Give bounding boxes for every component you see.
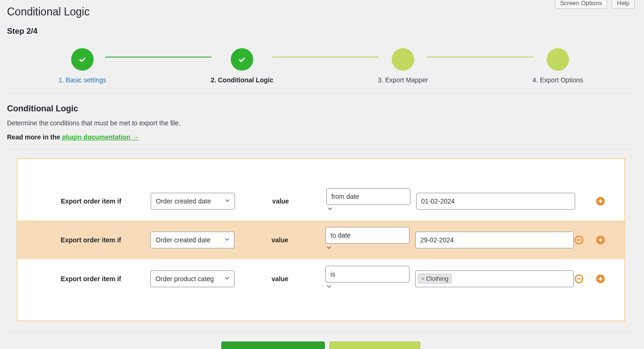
field-select-value: Order created date bbox=[150, 232, 234, 248]
field-select[interactable]: Order product categ bbox=[150, 270, 234, 287]
help-button[interactable]: Help bbox=[612, 0, 635, 9]
value-label: value bbox=[234, 236, 325, 244]
nav-footer: ← Go to the previous step Go to the next… bbox=[7, 332, 635, 349]
operator-select-value: from date bbox=[326, 188, 410, 205]
check-icon bbox=[71, 48, 94, 71]
chevron-down-icon bbox=[326, 206, 334, 214]
operator-select-value: to date bbox=[325, 227, 410, 244]
operator-select-value: is bbox=[325, 266, 410, 283]
value-label: value bbox=[234, 275, 325, 283]
field-select[interactable]: Order created date bbox=[151, 193, 235, 210]
readmore-prefix: Read more in the bbox=[7, 133, 62, 141]
step-3-label: 3. Export Mapper bbox=[378, 76, 428, 84]
add-condition-button[interactable] bbox=[595, 235, 606, 245]
step-bubble bbox=[547, 48, 569, 71]
plus-circle-icon bbox=[595, 274, 606, 284]
step-1[interactable]: 1. Basic settings bbox=[59, 48, 106, 84]
next-step-button[interactable]: Go to the next step → bbox=[329, 342, 420, 349]
plus-circle-icon bbox=[595, 196, 606, 206]
tag-input[interactable]: × Clothing bbox=[415, 270, 574, 287]
condition-row: Export order item if Order created date … bbox=[17, 182, 624, 220]
field-select-value: Order product categ bbox=[150, 270, 234, 287]
section-desc: Determine the conditions that must be me… bbox=[7, 119, 635, 127]
condition-row: Export order item if Order product categ… bbox=[17, 259, 624, 298]
screen-options-button[interactable]: Screen Options bbox=[555, 0, 607, 9]
stepper-line bbox=[105, 57, 212, 58]
plus-circle-icon bbox=[595, 235, 606, 245]
documentation-link[interactable]: plugin documentation → bbox=[62, 133, 139, 141]
value-input[interactable]: 01-02-2024 bbox=[416, 193, 575, 210]
minus-circle-icon bbox=[574, 235, 584, 245]
add-condition-button[interactable] bbox=[595, 274, 606, 284]
remove-condition-button[interactable] bbox=[574, 274, 584, 284]
step-2: 2. Conditional Logic bbox=[211, 48, 273, 84]
stepper-line bbox=[427, 57, 534, 58]
value-input[interactable]: 29-02-2024 bbox=[415, 232, 574, 248]
field-select-value: Order created date bbox=[151, 193, 235, 210]
step-4: 4. Export Options bbox=[533, 48, 583, 84]
tag: × Clothing bbox=[418, 274, 452, 284]
step-4-label: 4. Export Options bbox=[533, 76, 583, 84]
add-condition-button[interactable] bbox=[595, 196, 606, 206]
condition-prefix: Export order item if bbox=[31, 236, 150, 244]
value-label: value bbox=[235, 197, 326, 205]
step-2-label: 2. Conditional Logic bbox=[211, 76, 273, 84]
conditions-container: Export order item if Order created date … bbox=[16, 158, 625, 321]
step-3: 3. Export Mapper bbox=[378, 48, 428, 84]
operator-select[interactable]: from date bbox=[326, 188, 410, 214]
section-title: Conditional Logic bbox=[7, 104, 635, 114]
field-select[interactable]: Order created date bbox=[150, 232, 234, 248]
operator-select[interactable]: is bbox=[325, 266, 410, 291]
condition-prefix: Export order item if bbox=[31, 197, 151, 205]
stepper-line bbox=[272, 57, 379, 58]
divider bbox=[7, 149, 635, 150]
remove-condition-button[interactable] bbox=[574, 235, 584, 245]
previous-step-button[interactable]: ← Go to the previous step bbox=[221, 342, 325, 349]
step-indicator: Step 2/4 bbox=[7, 27, 635, 36]
tag-label: Clothing bbox=[426, 275, 448, 282]
chevron-down-icon bbox=[325, 245, 333, 253]
operator-select[interactable]: to date bbox=[325, 227, 410, 253]
condition-row: Export order item if Order created date … bbox=[17, 220, 624, 259]
step-1-label[interactable]: 1. Basic settings bbox=[59, 76, 106, 84]
chevron-down-icon bbox=[325, 284, 333, 291]
page-title: Conditional Logic bbox=[7, 6, 89, 18]
step-bubble bbox=[392, 48, 414, 71]
readmore: Read more in the plugin documentation → bbox=[7, 133, 635, 141]
check-icon bbox=[231, 48, 253, 71]
minus-circle-icon bbox=[574, 274, 584, 284]
condition-prefix: Export order item if bbox=[31, 275, 150, 283]
stepper: 1. Basic settings 2. Conditional Logic 3… bbox=[7, 44, 635, 94]
remove-tag-icon[interactable]: × bbox=[421, 275, 425, 282]
